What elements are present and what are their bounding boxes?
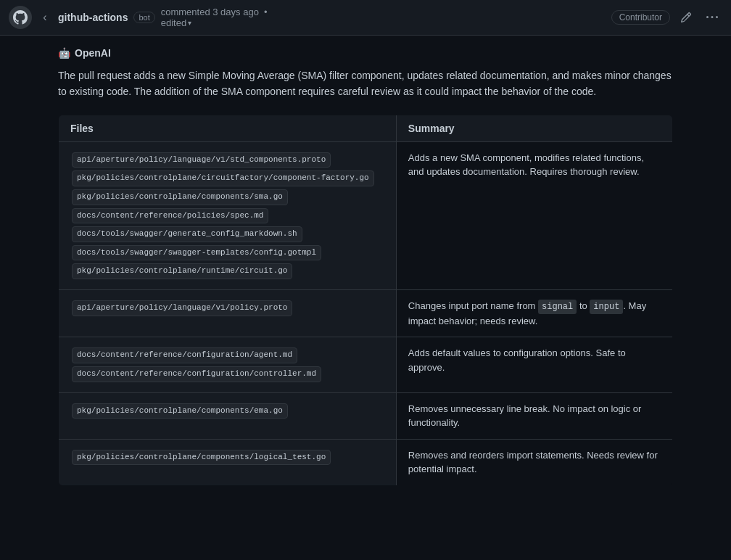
openai-emoji: 🤖 <box>58 47 70 59</box>
col-files-header: Files <box>59 115 397 141</box>
inline-code-1: signal <box>538 300 577 314</box>
openai-header: 🤖 OpenAI <box>58 47 673 59</box>
edit-icon <box>680 12 692 23</box>
page-container: ‹ github-actions bot commented 3 days ag… <box>0 0 731 560</box>
more-options-button[interactable] <box>702 7 722 28</box>
edited-chevron-icon: ▾ <box>188 19 191 27</box>
summary-table: Files Summary api/aperture/policy/langua… <box>58 115 673 486</box>
github-icon <box>13 10 28 25</box>
edit-button[interactable] <box>676 7 696 28</box>
file-tag: pkg/policies/controlplane/circuitfactory… <box>72 170 374 186</box>
file-tag: pkg/policies/controlplane/components/ema… <box>72 403 288 419</box>
file-tag: docs/tools/swagger/swagger-templates/con… <box>72 245 321 261</box>
table-row-files-3: pkg/policies/controlplane/components/ema… <box>59 392 397 439</box>
file-tag: docs/tools/swagger/generate_config_markd… <box>72 226 302 242</box>
edited-button[interactable]: edited ▾ <box>161 17 270 28</box>
file-tag: api/aperture/policy/language/v1/std_comp… <box>72 152 331 168</box>
file-tag: docs/content/reference/policies/spec.md <box>72 208 268 224</box>
author-name: github-actions <box>58 12 128 23</box>
comment-meta: commented 3 days ago • edited ▾ <box>161 7 270 28</box>
table-row-summary-4: Removes and reorders import statements. … <box>396 439 672 485</box>
table-row-files-0: api/aperture/policy/language/v1/std_comp… <box>59 141 397 289</box>
table-row-summary-1: Changes input port name from signal to i… <box>396 289 672 337</box>
description-text: The pull request adds a new Simple Movin… <box>58 67 673 100</box>
table-row-files-4: pkg/policies/controlplane/components/log… <box>59 439 397 485</box>
openai-name: OpenAI <box>75 47 111 59</box>
file-tag: pkg/policies/controlplane/runtime/circui… <box>72 263 292 279</box>
file-tag: api/aperture/policy/language/v1/policy.p… <box>72 300 292 316</box>
table-row-summary-3: Removes unnecessary line break. No impac… <box>396 392 672 439</box>
more-icon <box>706 12 718 23</box>
bot-badge: bot <box>133 12 154 23</box>
github-logo <box>9 6 32 29</box>
file-tag: pkg/policies/controlplane/components/sma… <box>72 189 288 205</box>
file-tag: docs/content/reference/configuration/con… <box>72 366 321 382</box>
table-row-files-2: docs/content/reference/configuration/age… <box>59 337 397 392</box>
file-tag: pkg/policies/controlplane/components/log… <box>72 450 331 466</box>
col-summary-header: Summary <box>396 115 672 141</box>
table-row-files-1: api/aperture/policy/language/v1/policy.p… <box>59 289 397 337</box>
inline-code-3: input <box>590 300 623 314</box>
table-row-summary-0: Adds a new SMA component, modifies relat… <box>396 141 672 289</box>
main-content: 🤖 OpenAI The pull request adds a new Sim… <box>0 36 731 560</box>
table-row-summary-2: Adds default values to configuration opt… <box>396 337 672 392</box>
contributor-badge: Contributor <box>611 10 670 25</box>
top-bar: ‹ github-actions bot commented 3 days ag… <box>0 0 731 36</box>
chevron-left-icon: ‹ <box>38 10 52 25</box>
file-tag: docs/content/reference/configuration/age… <box>72 347 297 363</box>
